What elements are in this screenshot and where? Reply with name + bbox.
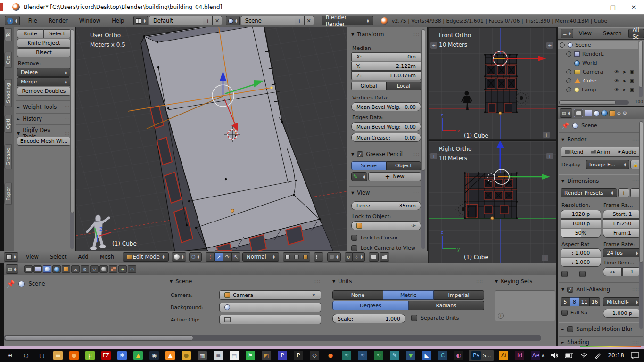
menu-window[interactable]: Window xyxy=(74,17,106,24)
taskbar-unity-icon[interactable]: ◇ xyxy=(308,350,321,361)
aspect-x-field[interactable]: : 1.000 xyxy=(561,248,601,257)
selectability-arrow-icon[interactable]: ➤ xyxy=(622,78,626,83)
tab-paper[interactable]: Paper xyxy=(4,183,12,205)
sampled-motion-blur-header[interactable]: ►Sampled Motion Blur xyxy=(561,326,639,332)
editor-type-selector[interactable]: i ▲▼ xyxy=(5,16,20,25)
antialiasing-panel-header[interactable]: ▼✓Anti-Aliasing:::: xyxy=(561,286,639,293)
taskbar-lock-icon[interactable]: ● xyxy=(180,350,192,361)
outliner-row-camera[interactable]: + Camera 👁 ➤ ▣ xyxy=(558,67,638,76)
expand-icon[interactable]: + xyxy=(566,78,571,83)
menu-file[interactable]: File xyxy=(23,17,43,24)
units-degrees-button[interactable]: Degrees xyxy=(332,301,409,310)
btab-physics-icon[interactable]: ◌ xyxy=(128,265,136,273)
visibility-eye-icon[interactable]: 👁 xyxy=(614,87,619,92)
audio-button[interactable]: 🕪Audio xyxy=(614,147,641,157)
add-scene-button[interactable]: + xyxy=(295,16,305,25)
mode-select[interactable]: Edit Mode▲▼ xyxy=(123,252,169,262)
screen-layout-icon[interactable]: ▲▼ xyxy=(133,16,148,25)
knife-button[interactable]: Knife xyxy=(17,29,44,38)
viewport-menu-view[interactable]: View xyxy=(20,254,44,260)
grease-object-button[interactable]: Object xyxy=(386,161,421,170)
scene-panel-header[interactable]: ▼Scene:::: xyxy=(170,278,321,285)
taskbar-vlc-icon[interactable]: ▲ xyxy=(164,350,176,361)
taskbar-photoshop-icon[interactable]: PsS... xyxy=(469,350,494,361)
tab-world-icon[interactable] xyxy=(601,110,608,116)
taskbar-illustrator-icon[interactable]: Ai xyxy=(497,350,510,361)
tab-render-icon[interactable] xyxy=(574,109,583,117)
renderability-camera-icon[interactable]: ▣ xyxy=(630,87,634,92)
tab-grease[interactable]: Grease xyxy=(4,144,12,169)
aspect-y-field[interactable]: : 1.000 xyxy=(561,258,601,267)
taskbar-wings2-icon[interactable]: ≈ xyxy=(356,350,369,361)
full-sample-row[interactable]: Full Sa xyxy=(561,310,587,316)
btab-texture-icon[interactable] xyxy=(109,265,117,273)
expand-icon[interactable]: + xyxy=(566,69,571,74)
frame-end-field[interactable]: En:250 xyxy=(603,219,642,228)
taskbar-app-blue-icon[interactable]: ✱ xyxy=(116,350,128,361)
mean-crease-field[interactable]: Mean Crease:0.00 xyxy=(351,133,421,142)
render-panel-header[interactable]: ▼Render:::: xyxy=(561,136,639,143)
aa-filter-select[interactable]: Mitchell-▲▼ xyxy=(603,297,642,306)
lock-object-field[interactable]: ✑ xyxy=(351,221,421,230)
taskbar-flag-icon[interactable]: ⚑ xyxy=(244,350,256,361)
btab-object-icon[interactable] xyxy=(62,265,70,273)
visibility-eye-icon[interactable]: 👁 xyxy=(614,78,619,83)
median-y-field[interactable]: Y:2.122m xyxy=(351,62,421,71)
occlusion-toggle-icon[interactable] xyxy=(314,252,323,262)
btab-scene-icon[interactable] xyxy=(43,265,51,273)
opengl-anim-icon[interactable] xyxy=(380,252,389,262)
lock-cursor-checkbox[interactable] xyxy=(351,235,357,241)
outliner-row-renderlayers[interactable]: + RenderL xyxy=(558,49,638,58)
tray-battery-icon[interactable] xyxy=(565,353,574,358)
taskbar-calculator-icon[interactable]: ▦ xyxy=(196,350,208,361)
outliner-scope-select[interactable]: All Sc xyxy=(628,29,644,38)
dimensions-panel-header[interactable]: ▼Dimensions:::: xyxy=(561,178,639,184)
n-panel-scrollbar[interactable] xyxy=(421,29,425,249)
taskbar-steam-icon[interactable]: ◉ xyxy=(148,350,160,361)
encode-mesh-button[interactable]: Encode Mesh Wi... xyxy=(17,137,71,146)
time-remap-new-field[interactable]: 1 xyxy=(622,267,642,276)
separate-units-checkbox[interactable] xyxy=(411,315,417,321)
manipulator-axis-icon[interactable]: ⊹ xyxy=(206,252,215,262)
units-radians-button[interactable]: Radians xyxy=(409,301,485,310)
taskbar-image-app-icon[interactable]: ◩ xyxy=(260,350,272,361)
close-button[interactable]: ✕ xyxy=(623,0,644,14)
expand-icon[interactable]: + xyxy=(566,87,571,92)
viewport-menu-add[interactable]: Add xyxy=(72,254,94,260)
taskbar-c4d-icon[interactable]: C xyxy=(437,350,449,361)
aa-size-field[interactable]: 1.000 p xyxy=(603,309,642,318)
taskbar-notepad-icon[interactable]: ≡ xyxy=(212,350,224,361)
minimize-button[interactable]: – xyxy=(582,0,603,14)
separate-units-row[interactable]: Separate Units xyxy=(411,315,459,321)
main-viewport-canvas[interactable]: Z User Ortho Meters x 0.5 (1) Cube xyxy=(76,27,347,251)
snap-target-select[interactable]: ⊹▲▼ xyxy=(353,252,365,262)
selectability-arrow-icon[interactable]: ➤ xyxy=(622,87,626,92)
outliner-view-menu[interactable]: View xyxy=(573,30,597,37)
outliner-row-world[interactable]: World xyxy=(558,58,638,67)
orientation-select[interactable]: Normal▲▼ xyxy=(242,252,279,262)
background-field[interactable] xyxy=(219,303,321,312)
lock-to-cursor-row[interactable]: Lock to Cursor xyxy=(351,235,398,241)
rotate-tool-icon[interactable]: ↷ xyxy=(223,252,232,262)
global-button[interactable]: Global xyxy=(351,82,386,90)
visibility-eye-icon[interactable]: 👁 xyxy=(614,69,619,74)
btab-data-icon[interactable]: ▽ xyxy=(90,265,99,273)
display-select[interactable]: Image E...▲▼ xyxy=(586,160,629,169)
taskbar-triangle-app-icon[interactable]: ◣ xyxy=(421,350,433,361)
merge-menu[interactable]: Merge▲▼ xyxy=(17,77,71,86)
taskbar-taskview-icon[interactable]: ▢ xyxy=(36,350,48,361)
taskbar-gdrive-icon[interactable]: ▲ xyxy=(132,350,144,361)
btab-render-layers-icon[interactable] xyxy=(33,265,42,273)
window-titlebar[interactable]: Blender* [C:\Users\ricord\Desktop\Blende… xyxy=(0,0,644,14)
tab-constraints-icon[interactable]: ∞ xyxy=(617,110,621,116)
tray-wifi-icon[interactable] xyxy=(580,353,588,358)
local-button[interactable]: Local xyxy=(386,82,421,90)
grease-scene-button[interactable]: Scene xyxy=(351,161,386,170)
btab-particles-icon[interactable]: ✦ xyxy=(118,265,127,273)
outliner-row-scene[interactable]: − Scene xyxy=(558,41,638,49)
grease-new-button[interactable]: +New xyxy=(368,172,421,181)
aa-checkbox[interactable]: ✓ xyxy=(567,287,573,293)
taskbar-pen-app-icon[interactable]: ✎ xyxy=(388,350,401,361)
taskbar-aftereffects-icon[interactable]: Ae xyxy=(529,350,541,361)
taskbar-indesign-icon[interactable]: Id xyxy=(513,350,526,361)
